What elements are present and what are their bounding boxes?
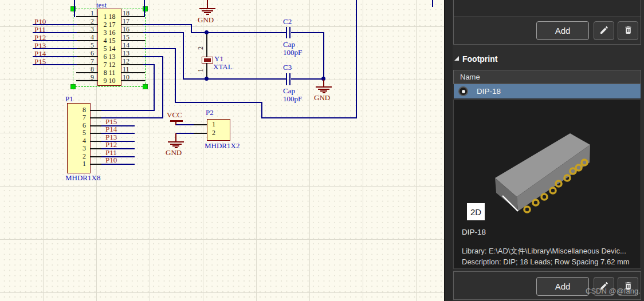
pin-stub[interactable] bbox=[193, 124, 207, 125]
pin-number-right: 14 bbox=[123, 42, 135, 48]
selection-handle-bottomright[interactable] bbox=[143, 84, 148, 89]
c3-designator[interactable]: C3 bbox=[283, 64, 292, 71]
wire[interactable] bbox=[74, 0, 75, 17]
net-label[interactable]: P10 bbox=[105, 156, 117, 164]
net-label[interactable]: P12 bbox=[34, 34, 46, 41]
net-label[interactable]: P14 bbox=[105, 125, 117, 133]
pin-stub[interactable] bbox=[193, 133, 207, 134]
pin-stub[interactable] bbox=[76, 72, 98, 73]
pin-stub[interactable] bbox=[76, 80, 98, 81]
pin-stub[interactable] bbox=[90, 148, 101, 149]
wire[interactable] bbox=[143, 48, 176, 49]
delete-button-top[interactable] bbox=[618, 21, 638, 40]
pin-stub[interactable] bbox=[76, 16, 98, 17]
vcc-label[interactable]: VCC bbox=[167, 111, 182, 118]
wire[interactable] bbox=[175, 48, 176, 102]
vcc-bar[interactable] bbox=[170, 120, 183, 122]
xtal-designator[interactable]: Y1 bbox=[214, 55, 223, 62]
xtal-comment[interactable]: XTAL bbox=[213, 63, 233, 70]
p2-designator[interactable]: P2 bbox=[206, 109, 214, 116]
wire[interactable] bbox=[289, 73, 290, 85]
wire[interactable] bbox=[175, 102, 262, 103]
name-column-header[interactable]: Name bbox=[453, 70, 641, 84]
pin-stub[interactable] bbox=[90, 156, 101, 157]
gnd-label[interactable]: GND bbox=[166, 149, 182, 156]
wire[interactable] bbox=[261, 117, 357, 118]
wire[interactable] bbox=[101, 110, 155, 111]
wire[interactable] bbox=[286, 27, 287, 38]
net-label[interactable]: P15 bbox=[34, 58, 46, 65]
pin-stub[interactable] bbox=[76, 48, 98, 49]
pin-stub[interactable] bbox=[76, 64, 98, 65]
wire[interactable] bbox=[143, 64, 155, 65]
wire[interactable] bbox=[261, 102, 262, 118]
wire[interactable] bbox=[291, 78, 324, 80]
pin-stub[interactable] bbox=[90, 133, 101, 134]
wire[interactable] bbox=[176, 124, 194, 125]
pin-number-right: 13 bbox=[123, 50, 135, 56]
net-label[interactable]: P13 bbox=[34, 42, 46, 49]
collapse-triangle-icon[interactable] bbox=[454, 56, 459, 61]
c2-comment[interactable]: Cap bbox=[283, 41, 295, 48]
pin-stub[interactable] bbox=[90, 125, 101, 126]
wire[interactable] bbox=[162, 56, 163, 118]
wire[interactable] bbox=[143, 32, 184, 33]
add-button-top[interactable]: Add bbox=[536, 21, 589, 40]
gnd-bar bbox=[320, 90, 327, 92]
net-label[interactable]: P10 bbox=[34, 18, 46, 25]
c2-designator[interactable]: C2 bbox=[283, 18, 292, 25]
junction-dot bbox=[205, 77, 209, 81]
wire[interactable] bbox=[291, 32, 324, 33]
wire[interactable] bbox=[143, 24, 192, 25]
p2-pin-number: 2 bbox=[212, 129, 220, 137]
wire[interactable] bbox=[183, 33, 184, 79]
c2-value[interactable]: 100pF bbox=[283, 49, 302, 56]
pin-stub[interactable] bbox=[76, 40, 98, 41]
wire[interactable] bbox=[144, 0, 145, 17]
p1-comment[interactable]: MHDR1X8 bbox=[65, 174, 100, 181]
pin-stub[interactable] bbox=[90, 141, 101, 142]
pin-number-right: 16 bbox=[123, 26, 135, 32]
c3-value[interactable]: 100pF bbox=[283, 95, 302, 102]
edit-button-top[interactable] bbox=[594, 21, 614, 40]
gnd-label[interactable]: GND bbox=[314, 94, 330, 101]
wire[interactable] bbox=[176, 133, 194, 134]
wire[interactable] bbox=[183, 78, 286, 80]
net-label[interactable]: P11 bbox=[34, 26, 46, 33]
wire[interactable] bbox=[432, 0, 433, 7]
net-label[interactable]: P14 bbox=[34, 50, 46, 57]
pin-stub[interactable] bbox=[76, 32, 98, 33]
wire[interactable] bbox=[356, 0, 357, 118]
pin-stub[interactable] bbox=[90, 117, 101, 118]
wire[interactable] bbox=[143, 56, 163, 57]
wire[interactable] bbox=[289, 27, 290, 38]
pin-mapping-empty-list[interactable] bbox=[454, 0, 641, 17]
pin-stub[interactable] bbox=[90, 110, 101, 111]
selection-handle-bottomleft[interactable] bbox=[70, 84, 76, 89]
component-designator[interactable]: test bbox=[96, 1, 107, 9]
gnd-bar bbox=[316, 86, 332, 88]
view-2d-button[interactable]: 2D bbox=[467, 203, 485, 220]
gnd-label[interactable]: GND bbox=[198, 16, 214, 23]
radio-selected-icon[interactable] bbox=[458, 86, 468, 96]
footprint-row-dip18[interactable]: DIP-18 bbox=[454, 84, 641, 98]
footprint-3d-preview[interactable]: 2D DIP-18 Library: E:\AD\文件\Library\Misc… bbox=[453, 100, 641, 269]
net-label[interactable]: P12 bbox=[105, 141, 117, 148]
wire[interactable] bbox=[286, 73, 287, 85]
gnd-bar bbox=[170, 144, 182, 145]
c3-comment[interactable]: Cap bbox=[283, 87, 295, 94]
schematic-canvas[interactable]: test P1 MHDR1X8 P2 MHDR1X2 Y1 XTAL 2 1 C… bbox=[0, 0, 444, 301]
wire[interactable] bbox=[154, 64, 155, 111]
add-button-bottom[interactable]: Add bbox=[536, 277, 589, 296]
p2-comment[interactable]: MHDR1X2 bbox=[205, 142, 239, 149]
wire[interactable] bbox=[101, 117, 163, 118]
pin-stub[interactable] bbox=[76, 24, 98, 25]
wire[interactable] bbox=[323, 32, 324, 80]
pin-number-left: 1 bbox=[83, 10, 94, 16]
p1-designator[interactable]: P1 bbox=[65, 95, 73, 102]
pin-stub[interactable] bbox=[90, 164, 101, 165]
footprint-name: DIP-18 bbox=[477, 87, 501, 96]
pin-stub[interactable] bbox=[76, 56, 98, 57]
pin-name-row: 7 12 bbox=[98, 61, 121, 69]
footprint-section-header[interactable]: Footprint bbox=[462, 54, 497, 64]
